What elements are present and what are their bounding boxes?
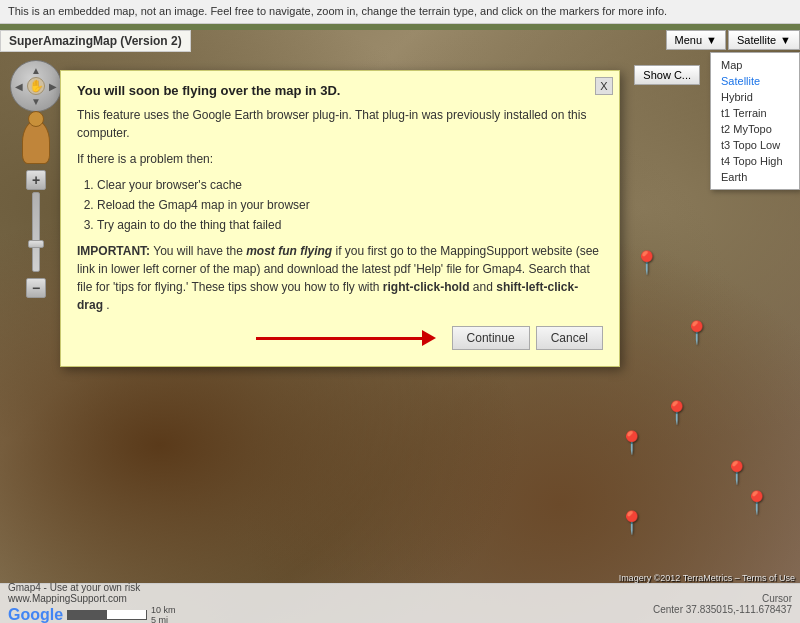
info-bar: This is an embedded map, not an image. F… [0,0,800,24]
most-fun-flying-text: most fun flying [246,244,332,258]
modal-important: IMPORTANT: You will have the most fun fl… [77,242,603,314]
modal-step-2: Reload the Gmap4 map in your browser [97,196,603,214]
modal-close-button[interactable]: X [595,77,613,95]
important-prefix: IMPORTANT: [77,244,150,258]
modal-overlay: X You will soon be flying over the map i… [0,30,800,623]
modal-title: You will soon be flying over the map in … [77,83,603,98]
modal-footer: Continue Cancel [77,326,603,350]
modal-dialog: X You will soon be flying over the map i… [60,70,620,367]
continue-button[interactable]: Continue [452,326,530,350]
info-text: This is an embedded map, not an image. F… [8,5,667,17]
modal-para1: This feature uses the Google Earth brows… [77,106,603,142]
modal-body: This feature uses the Google Earth brows… [77,106,603,234]
modal-steps-list: Clear your browser's cache Reload the Gm… [97,176,603,234]
modal-step-1: Clear your browser's cache [97,176,603,194]
modal-step-3: Try again to do the thing that failed [97,216,603,234]
right-click-hold-text: right-click-hold [383,280,470,294]
modal-if-problem: If there is a problem then: [77,150,603,168]
arrow-head [422,330,436,346]
arrow-container [77,328,436,348]
red-arrow [256,328,436,348]
cancel-button[interactable]: Cancel [536,326,603,350]
map-container[interactable]: SuperAmazingMap (Version 2) Menu ▼ Satel… [0,30,800,623]
arrow-line [256,337,422,340]
